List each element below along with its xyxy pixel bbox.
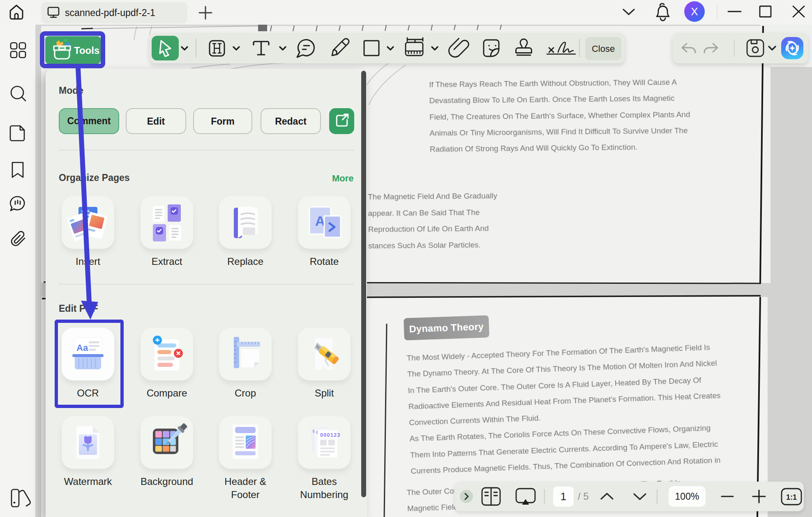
svg-text:Close: Close <box>592 44 615 54</box>
svg-text:100%: 100% <box>675 491 699 502</box>
svg-text:/ 5: / 5 <box>578 491 589 502</box>
svg-text:000123: 000123 <box>320 432 340 438</box>
svg-text:1:1: 1:1 <box>786 493 797 501</box>
svg-text:scanned-pdf-updf-2-1: scanned-pdf-updf-2-1 <box>65 7 155 18</box>
svg-text:1: 1 <box>561 491 566 502</box>
svg-text:Tools: Tools <box>74 45 99 56</box>
svg-text:X: X <box>691 5 698 18</box>
